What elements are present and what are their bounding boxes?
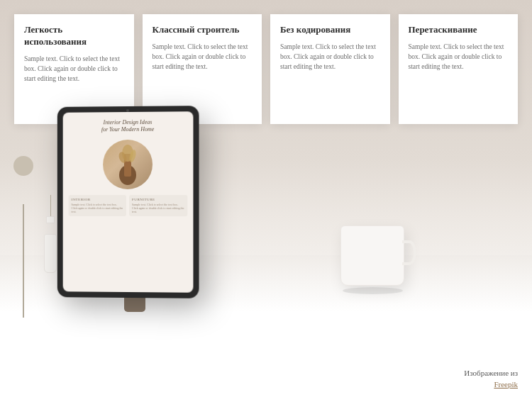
plant-head [13,156,33,176]
vase-stem [50,195,51,216]
card-3-text: Sample text. Click to select the text bo… [280,42,380,72]
vase-decoration [43,237,58,287]
attribution-label: Изображение из [464,369,518,377]
tablet-container: Interior Design Ideasfor Your Modern Hom… [57,106,213,312]
tablet-grid-furniture: FURNITURE Sample text. Click to select t… [129,195,187,217]
card-4-title: Перетаскивание [409,24,509,36]
card-3-title: Без кодирования [280,24,380,36]
tablet-grid-interior: INTERIOR Sample text. Click to select th… [69,195,126,217]
attribution: Изображение из Freepik [464,369,518,390]
card-4-text: Sample text. Click to select the text bo… [409,42,509,72]
tablet-interior-text: Sample text. Click to select the text bo… [72,203,123,214]
attribution-link[interactable]: Freepik [494,380,518,388]
tablet-stand [124,298,145,312]
tablet-furniture-label: FURNITURE [132,198,184,201]
vase-neck [46,216,55,223]
tablet-furniture-text: Sample text. Click to select the text bo… [132,203,184,214]
mug [340,225,404,286]
tablet: Interior Design Ideasfor Your Modern Hom… [57,106,199,298]
tablet-grid: INTERIOR Sample text. Click to select th… [69,195,188,217]
plant-decoration [13,156,34,298]
card-3[interactable]: Без кодирования Sample text. Click to se… [270,14,390,124]
tablet-interior-label: INTERIOR [72,198,123,201]
card-4[interactable]: Перетаскивание Sample text. Click to sel… [399,14,519,124]
tablet-screen: Interior Design Ideasfor Your Modern Hom… [63,111,194,293]
mug-shadow [343,287,403,294]
card-2-text: Sample text. Click to select the text bo… [153,42,253,72]
card-2-title: Классный строитель [153,24,253,36]
plant-stem [23,204,24,318]
vase-body [44,234,57,273]
tablet-title: Interior Design Ideasfor Your Modern Hom… [69,118,188,134]
mug-handle [402,240,416,265]
mug-container [340,225,404,294]
card-1-text: Sample text. Click to select the text bo… [24,54,124,84]
tablet-image [103,140,153,189]
tablet-content: Interior Design Ideasfor Your Modern Hom… [63,111,194,223]
card-1-title: Легкость использования [24,24,124,48]
